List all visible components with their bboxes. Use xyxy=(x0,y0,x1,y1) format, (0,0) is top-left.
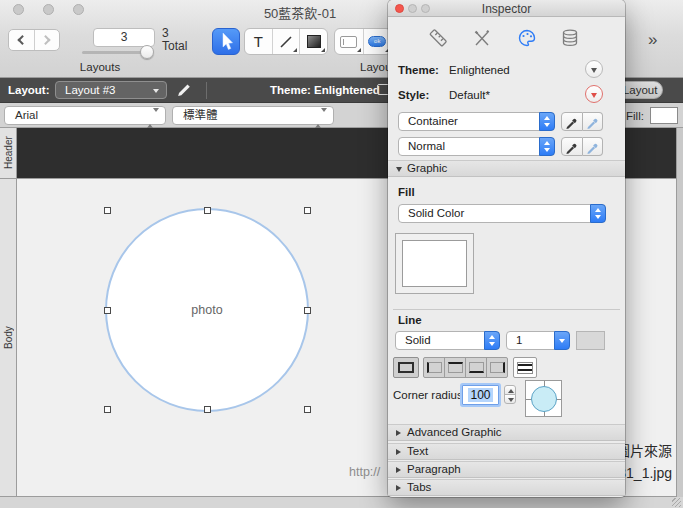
filemaker-window: 50藍茶飲-01 3 Layouts 3 Total T xyxy=(0,0,683,508)
tab-appearance[interactable] xyxy=(514,25,540,51)
line-tool-icon xyxy=(278,34,294,50)
advanced-graphic-section-header[interactable]: Advanced Graphic xyxy=(388,424,625,441)
layout-slider-knob[interactable] xyxy=(140,45,154,59)
border-all-button[interactable] xyxy=(393,357,419,378)
layouts-label: Layouts xyxy=(60,61,140,73)
eyedropper-icon xyxy=(563,139,581,156)
line-color-well[interactable] xyxy=(576,331,605,350)
inspector-window: Inspector xyxy=(388,0,625,497)
toolbar-overflow-button[interactable]: » xyxy=(648,30,657,50)
theme-menu-button[interactable] xyxy=(585,60,603,78)
corner-radius-preview-button[interactable] xyxy=(525,380,562,417)
border-right-button[interactable] xyxy=(486,358,507,377)
eyedropper-blue-icon xyxy=(584,114,602,131)
fill-type-value: Solid Color xyxy=(408,207,464,219)
paragraph-section-label: Paragraph xyxy=(407,463,461,475)
paragraph-section-header[interactable]: Paragraph xyxy=(388,461,625,478)
border-bottom-icon xyxy=(469,362,484,373)
header-part-tag[interactable]: Header xyxy=(0,128,17,178)
tabs-section-label: Tabs xyxy=(407,481,431,493)
tabs-section-header[interactable]: Tabs xyxy=(388,479,625,496)
layout-label: Layout: xyxy=(8,84,50,96)
close-button[interactable] xyxy=(13,4,24,15)
ruler-icon xyxy=(427,27,449,49)
selection-handle-top-left[interactable] xyxy=(104,207,111,214)
previous-layout-button[interactable] xyxy=(9,30,34,50)
style-menu-button[interactable] xyxy=(585,85,603,103)
fill-color-swatch[interactable] xyxy=(650,107,678,124)
object-state-select[interactable]: Normal xyxy=(398,137,555,156)
selection-handle-bottom-center[interactable] xyxy=(204,406,211,413)
font-style-select[interactable]: 標準體 xyxy=(172,106,334,125)
fill-color-preview xyxy=(402,240,467,287)
selection-handle-top-center[interactable] xyxy=(204,207,211,214)
border-all-icon xyxy=(398,362,414,373)
updown-chevrons-icon xyxy=(539,137,555,156)
inspector-titlebar: Inspector xyxy=(388,0,625,17)
border-top-button[interactable] xyxy=(444,358,465,377)
zoom-button[interactable] xyxy=(73,4,84,15)
fill-section-label: Fill xyxy=(398,186,415,198)
container-field-circle[interactable]: photo xyxy=(105,208,309,412)
body-part-tag[interactable]: Body xyxy=(0,179,17,496)
selection-handle-middle-left[interactable] xyxy=(104,307,111,314)
selection-handle-top-right[interactable] xyxy=(304,207,311,214)
copy-state-eyedropper-button[interactable] xyxy=(561,137,583,156)
updown-chevrons-icon xyxy=(484,331,500,350)
selection-tool-button[interactable] xyxy=(212,28,240,55)
disclosure-right-icon xyxy=(396,449,401,455)
rectangle-tool-button[interactable] xyxy=(299,29,327,54)
inner-lines-button[interactable] xyxy=(513,357,537,378)
line-style-select[interactable]: Solid xyxy=(395,331,500,350)
filename-text-object[interactable]: 31_1.jpg xyxy=(618,465,672,481)
button-tool-button[interactable]: ok xyxy=(363,29,392,54)
layout-bar-divider xyxy=(206,82,207,99)
next-layout-button[interactable] xyxy=(34,30,60,50)
text-tool-button[interactable]: T xyxy=(245,29,272,54)
tab-styles[interactable] xyxy=(469,25,495,51)
corner-radius-input[interactable]: 100 xyxy=(462,385,499,405)
edit-layout-pencil-button[interactable] xyxy=(176,82,194,98)
layout-selector-dropdown[interactable]: Layout #3 xyxy=(55,81,167,99)
advanced-graphic-label: Advanced Graphic xyxy=(407,426,502,438)
border-left-icon xyxy=(427,362,442,373)
inner-lines-icon xyxy=(517,362,533,374)
corner-radius-label: Corner radius: xyxy=(393,389,466,401)
font-family-select[interactable]: Arial xyxy=(4,106,166,125)
graphic-section-header[interactable]: Graphic xyxy=(388,160,625,177)
field-tool-button[interactable] xyxy=(335,29,363,54)
stepper-down-button[interactable] xyxy=(504,394,516,404)
url-text-object[interactable]: http:// xyxy=(349,465,380,479)
eyedropper-icon xyxy=(563,114,581,131)
selection-handle-bottom-left[interactable] xyxy=(104,406,111,413)
rectangle-tool-icon xyxy=(307,35,321,48)
inspector-tab-bar xyxy=(388,25,625,51)
border-bottom-button[interactable] xyxy=(465,358,486,377)
tab-data[interactable] xyxy=(557,25,583,51)
paste-style-eyedropper-button[interactable] xyxy=(583,112,604,131)
rounded-shape-preview xyxy=(531,386,557,412)
copy-style-eyedropper-button[interactable] xyxy=(561,112,583,131)
pencil-icon xyxy=(176,82,194,98)
border-sides-group xyxy=(423,357,508,378)
object-part-select[interactable]: Container xyxy=(398,112,555,131)
updown-chevrons-icon xyxy=(147,110,159,127)
paste-state-eyedropper-button[interactable] xyxy=(583,137,604,156)
fill-color-well[interactable] xyxy=(395,233,474,294)
minimize-button[interactable] xyxy=(43,4,54,15)
fill-type-select[interactable]: Solid Color xyxy=(398,204,606,223)
inspector-title: Inspector xyxy=(388,2,625,16)
line-tool-button[interactable] xyxy=(272,29,300,54)
text-section-header[interactable]: Text xyxy=(388,443,625,460)
tab-position[interactable] xyxy=(425,25,451,51)
object-part-value: Container xyxy=(408,115,458,127)
border-left-button[interactable] xyxy=(424,358,444,377)
outside-parts-area xyxy=(0,497,683,508)
section-divider xyxy=(393,309,620,310)
line-width-combo[interactable]: 1 xyxy=(506,331,570,350)
selection-handle-middle-right[interactable] xyxy=(304,307,311,314)
resize-grip-icon[interactable] xyxy=(672,498,681,507)
selection-handle-bottom-right[interactable] xyxy=(304,406,311,413)
state-copy-group xyxy=(561,137,603,156)
style-label: Style: xyxy=(398,89,429,101)
